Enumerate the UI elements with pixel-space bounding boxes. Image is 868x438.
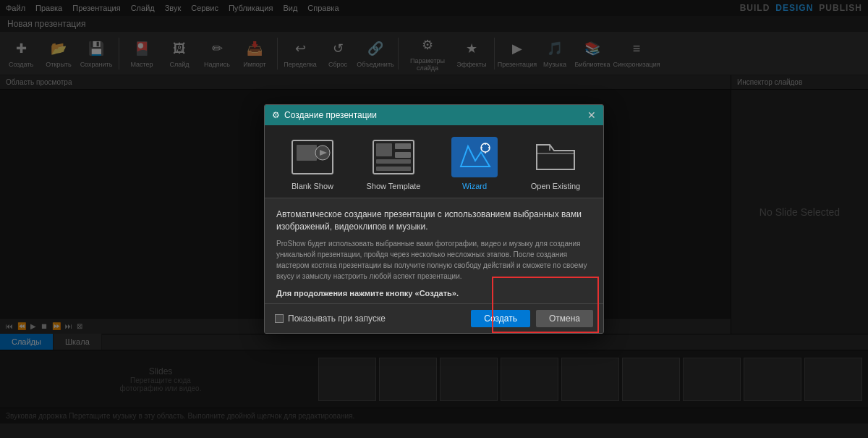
option-wizard[interactable]: Wizard (442, 137, 507, 190)
create-button[interactable]: Создать (471, 310, 530, 327)
option-existing[interactable]: Open Existing (523, 137, 588, 190)
show-on-start-checkbox[interactable] (275, 314, 284, 323)
creation-options: Blank Show Show Template (265, 125, 603, 198)
blank-show-label: Blank Show (292, 182, 333, 190)
svg-rect-9 (376, 167, 411, 171)
show-template-label: Show Template (366, 182, 420, 190)
show-on-start-label: Показывать при запуске (288, 313, 386, 324)
dialog-desc-action: Для продолжения нажмите кнопку «Создать»… (276, 289, 592, 298)
dialog-header-left: ⚙ Создание презентации (272, 110, 377, 120)
svg-rect-10 (456, 142, 493, 172)
svg-rect-6 (395, 143, 411, 149)
open-existing-label: Open Existing (531, 182, 580, 190)
svg-rect-8 (376, 159, 411, 164)
dialog-overlay: ⚙ Создание презентации ✕ Blank Show (0, 0, 868, 438)
option-template[interactable]: Show Template (361, 137, 426, 190)
dialog-footer: Показывать при запуске Создать Отмена (265, 303, 603, 333)
option-blank[interactable]: Blank Show (280, 137, 345, 190)
dialog-desc-title: Автоматическое создание презентации с ис… (276, 209, 592, 233)
dialog: ⚙ Создание презентации ✕ Blank Show (264, 104, 604, 334)
open-existing-icon (532, 137, 579, 177)
dialog-header-icon: ⚙ (272, 110, 280, 120)
svg-rect-1 (297, 145, 317, 161)
dialog-header: ⚙ Создание презентации ✕ (265, 105, 603, 125)
blank-show-icon (289, 137, 336, 177)
svg-rect-7 (395, 152, 411, 158)
dialog-desc-body: ProShow будет использовать выбранные вам… (276, 238, 592, 282)
dialog-close-button[interactable]: ✕ (587, 109, 596, 121)
show-template-icon (370, 137, 417, 177)
dialog-footer-left: Показывать при запуске (275, 313, 386, 324)
wizard-label: Wizard (462, 182, 487, 190)
dialog-desc: Автоматическое создание презентации с ис… (265, 198, 603, 304)
svg-rect-5 (376, 143, 392, 156)
dialog-footer-buttons: Создать Отмена (471, 310, 593, 327)
cancel-button[interactable]: Отмена (536, 310, 593, 327)
wizard-icon (451, 137, 498, 177)
dialog-title: Создание презентации (284, 110, 377, 120)
